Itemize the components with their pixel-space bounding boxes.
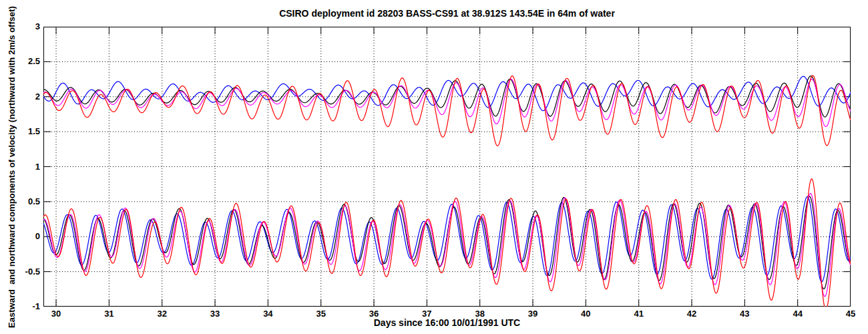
- y-tick-label: -0.5: [5, 267, 40, 277]
- x-tick-label: 41: [619, 309, 659, 319]
- series-line-eastward-black: [43, 196, 851, 289]
- y-tick-label: 3: [5, 22, 40, 31]
- x-tick-label: 39: [513, 309, 553, 319]
- y-tick-label: 0: [5, 232, 40, 241]
- y-tick-label: 2: [5, 92, 40, 102]
- x-tick-label: 33: [195, 309, 235, 319]
- plot-area: [43, 27, 851, 307]
- series-line-northward-magenta: [43, 79, 851, 126]
- x-tick-label: 44: [778, 309, 818, 319]
- y-tick-label: 1: [5, 162, 40, 172]
- x-tick-label: 43: [724, 309, 765, 319]
- x-tick-label: 40: [566, 309, 606, 319]
- series-line-northward-red: [43, 75, 851, 146]
- chart-title: CSIRO deployment id 28203 BASS-CS91 at 3…: [43, 8, 851, 19]
- x-tick-label: 31: [89, 309, 129, 319]
- x-tick-label: 37: [407, 309, 447, 319]
- figure-canvas: CSIRO deployment id 28203 BASS-CS91 at 3…: [0, 0, 868, 334]
- x-tick-label: 42: [672, 309, 712, 319]
- x-tick-label: 36: [354, 309, 394, 319]
- y-tick-label: -1: [5, 302, 40, 311]
- x-axis-label: Days since 16:00 10/01/1991 UTC: [43, 317, 851, 328]
- series-line-eastward-red: [43, 179, 851, 307]
- y-tick-label: 2.5: [5, 57, 40, 66]
- x-tick-label: 45: [831, 309, 868, 319]
- x-tick-label: 35: [301, 309, 341, 319]
- x-tick-label: 34: [248, 309, 288, 319]
- plot-svg: [43, 27, 851, 307]
- y-tick-label: 0.5: [5, 197, 40, 206]
- x-tick-label: 32: [142, 309, 182, 319]
- x-tick-label: 38: [460, 309, 500, 319]
- y-tick-label: 1.5: [5, 127, 40, 136]
- x-tick-label: 30: [36, 309, 76, 319]
